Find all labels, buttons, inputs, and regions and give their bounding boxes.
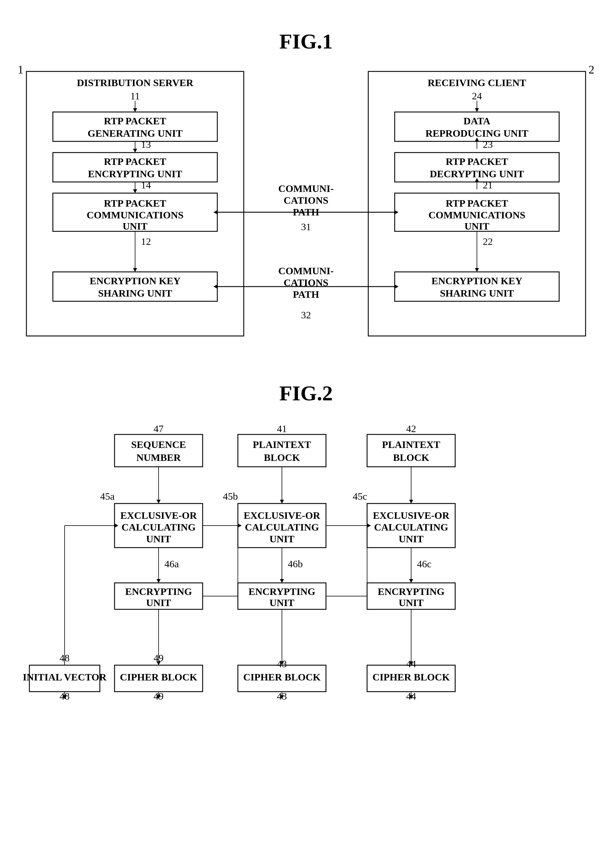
svg-text:CIPHER BLOCK: CIPHER BLOCK <box>120 672 197 682</box>
svg-text:UNIT: UNIT <box>146 597 171 608</box>
svg-text:EXCLUSIVE-OR: EXCLUSIVE-OR <box>373 510 450 521</box>
svg-text:SHARING UNIT: SHARING UNIT <box>440 288 514 299</box>
svg-marker-111 <box>280 579 284 583</box>
svg-text:41: 41 <box>277 423 287 434</box>
svg-text:32: 32 <box>301 310 311 320</box>
svg-text:PLAINTEXT: PLAINTEXT <box>382 439 440 450</box>
svg-text:ENCRYPTING: ENCRYPTING <box>249 586 315 597</box>
svg-marker-60 <box>395 210 399 214</box>
svg-text:SHARING UNIT: SHARING UNIT <box>98 288 172 299</box>
svg-text:DISTRIBUTION SERVER: DISTRIBUTION SERVER <box>77 77 193 88</box>
svg-text:46a: 46a <box>164 558 179 569</box>
svg-text:CALCULATING: CALCULATING <box>122 522 196 533</box>
svg-text:GENERATING UNIT: GENERATING UNIT <box>88 128 183 139</box>
svg-text:COMMUNICATIONS: COMMUNICATIONS <box>87 209 184 220</box>
svg-text:21: 21 <box>483 180 493 191</box>
svg-text:UNIT: UNIT <box>122 221 147 232</box>
fig1-corner-right: 2 <box>589 63 594 76</box>
svg-text:43: 43 <box>277 659 287 669</box>
svg-text:12: 12 <box>141 236 151 247</box>
svg-text:ENCRYPTION KEY: ENCRYPTION KEY <box>431 276 522 286</box>
svg-marker-85 <box>409 500 413 504</box>
svg-text:47: 47 <box>154 423 164 434</box>
svg-text:46c: 46c <box>417 558 431 569</box>
svg-text:RTP PACKET: RTP PACKET <box>104 198 167 209</box>
svg-text:BLOCK: BLOCK <box>264 452 300 463</box>
fig2-title: FIG.2 <box>18 381 594 406</box>
svg-text:COMMUNICATIONS: COMMUNICATIONS <box>428 209 525 220</box>
svg-text:CALCULATING: CALCULATING <box>245 522 319 533</box>
svg-marker-59 <box>213 210 217 214</box>
svg-text:EXCLUSIVE-OR: EXCLUSIVE-OR <box>244 510 320 521</box>
svg-text:45b: 45b <box>223 491 238 502</box>
svg-text:DECRYPTING UNIT: DECRYPTING UNIT <box>430 169 524 179</box>
svg-text:RTP PACKET: RTP PACKET <box>446 198 508 209</box>
svg-text:CATIONS: CATIONS <box>284 195 328 206</box>
svg-text:RECEIVING CLIENT: RECEIVING CLIENT <box>428 77 526 88</box>
svg-text:ENCRYPTING: ENCRYPTING <box>125 586 192 597</box>
svg-marker-31 <box>475 108 479 112</box>
svg-text:42: 42 <box>406 423 416 434</box>
svg-text:CIPHER BLOCK: CIPHER BLOCK <box>372 672 450 682</box>
svg-text:45a: 45a <box>100 491 114 502</box>
svg-text:ENCRYPTION KEY: ENCRYPTION KEY <box>90 276 181 286</box>
svg-text:44: 44 <box>406 659 416 669</box>
svg-text:UNIT: UNIT <box>269 597 294 608</box>
svg-text:46b: 46b <box>288 558 303 569</box>
svg-text:PATH: PATH <box>293 289 319 300</box>
svg-text:RTP PACKET: RTP PACKET <box>104 156 167 167</box>
fig1-title: FIG.1 <box>18 29 594 54</box>
svg-text:49: 49 <box>154 653 164 663</box>
fig1-container: 1 2 DISTRIBUTION SERVER 11 RTP PACKET GE… <box>18 63 594 352</box>
svg-marker-49 <box>475 268 479 272</box>
svg-marker-66 <box>213 285 217 289</box>
svg-marker-106 <box>114 524 118 528</box>
svg-text:REPRODUCING UNIT: REPRODUCING UNIT <box>425 128 529 139</box>
svg-text:SEQUENCE: SEQUENCE <box>131 439 186 450</box>
svg-text:ENCRYPTING UNIT: ENCRYPTING UNIT <box>88 169 182 179</box>
svg-text:DATA: DATA <box>464 116 490 126</box>
svg-marker-4 <box>133 108 137 112</box>
svg-text:14: 14 <box>141 180 151 191</box>
svg-text:22: 22 <box>483 236 493 247</box>
fig1-corner-left: 1 <box>18 63 23 76</box>
svg-marker-108 <box>156 579 161 583</box>
svg-text:BLOCK: BLOCK <box>393 452 429 463</box>
svg-text:INITIAL VECTOR: INITIAL VECTOR <box>23 672 106 682</box>
svg-marker-67 <box>395 285 399 289</box>
svg-text:11: 11 <box>130 90 140 101</box>
svg-text:NUMBER: NUMBER <box>136 452 181 463</box>
svg-marker-22 <box>133 268 137 272</box>
svg-text:ENCRYPTING: ENCRYPTING <box>378 586 444 597</box>
svg-text:CIPHER BLOCK: CIPHER BLOCK <box>243 672 321 682</box>
svg-text:PLAINTEXT: PLAINTEXT <box>253 439 311 450</box>
svg-text:RTP PACKET: RTP PACKET <box>104 116 167 126</box>
svg-text:UNIT: UNIT <box>399 597 423 608</box>
svg-text:COMMUNI-: COMMUNI- <box>278 265 334 276</box>
svg-text:31: 31 <box>301 221 311 232</box>
svg-marker-114 <box>409 579 413 583</box>
svg-text:45c: 45c <box>353 491 367 502</box>
svg-marker-104 <box>367 524 371 528</box>
svg-marker-102 <box>238 524 242 528</box>
svg-marker-15 <box>133 189 137 193</box>
svg-text:UNIT: UNIT <box>399 533 423 544</box>
svg-text:RTP PACKET: RTP PACKET <box>446 156 508 167</box>
fig2-diagram: 47 41 42 SEQUENCE NUMBER PLAINTEXT BLOCK… <box>18 414 594 761</box>
svg-text:UNIT: UNIT <box>464 221 489 232</box>
svg-text:UNIT: UNIT <box>146 533 171 544</box>
svg-text:24: 24 <box>472 90 482 101</box>
svg-text:EXCLUSIVE-OR: EXCLUSIVE-OR <box>121 510 197 521</box>
svg-text:23: 23 <box>483 139 493 150</box>
svg-marker-9 <box>133 149 137 153</box>
svg-text:COMMUNI-: COMMUNI- <box>278 183 334 194</box>
svg-text:13: 13 <box>141 139 151 150</box>
svg-text:UNIT: UNIT <box>269 533 294 544</box>
svg-marker-83 <box>280 500 284 504</box>
svg-text:CALCULATING: CALCULATING <box>374 522 448 533</box>
svg-marker-81 <box>156 500 161 504</box>
fig1-diagram: DISTRIBUTION SERVER 11 RTP PACKET GENERA… <box>18 63 594 351</box>
